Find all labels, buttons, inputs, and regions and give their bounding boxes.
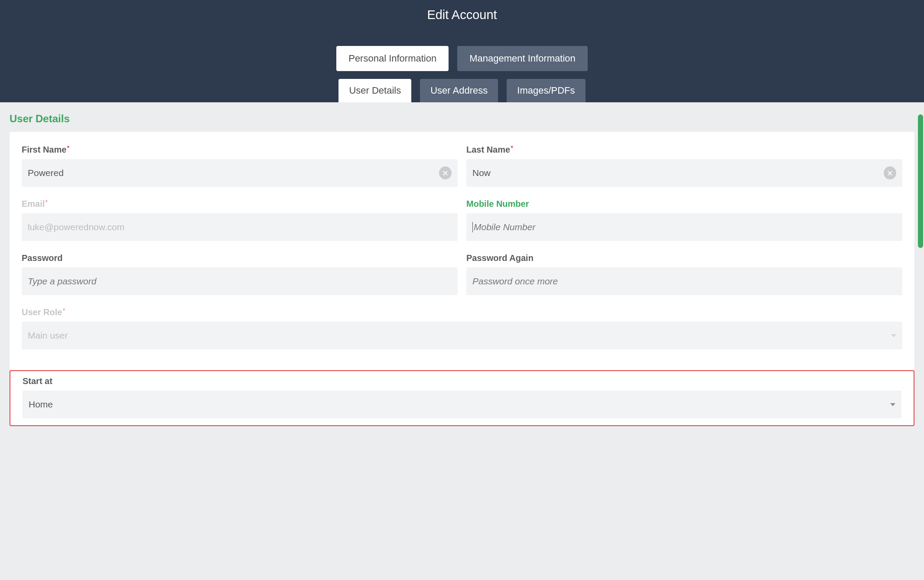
section-title: User Details <box>10 113 924 125</box>
tab-personal-information[interactable]: Personal Information <box>336 46 449 71</box>
password-input[interactable] <box>28 276 452 287</box>
start-at-select[interactable]: Home <box>23 391 901 418</box>
last-name-input[interactable] <box>472 168 884 178</box>
password-again-input[interactable] <box>472 276 896 287</box>
header: Edit Account Personal Information Manage… <box>0 0 924 102</box>
required-star-icon: * <box>45 198 48 205</box>
first-name-group: First Name* <box>22 145 458 187</box>
last-name-label: Last Name* <box>466 145 513 155</box>
first-name-input-wrap <box>22 159 458 187</box>
mobile-input[interactable] <box>474 222 896 232</box>
page-title: Edit Account <box>0 8 924 22</box>
first-name-clear-button[interactable] <box>439 166 452 179</box>
email-input <box>28 222 452 232</box>
password-again-group: Password Again <box>466 253 902 295</box>
primary-tabs: Personal Information Management Informat… <box>0 46 924 71</box>
password-label: Password <box>22 253 62 263</box>
mobile-label: Mobile Number <box>466 199 529 209</box>
password-again-label: Password Again <box>466 253 534 263</box>
scrollbar[interactable] <box>918 114 923 248</box>
user-role-select: Main user <box>22 322 902 349</box>
subtab-user-address[interactable]: User Address <box>420 79 498 102</box>
close-icon <box>887 170 893 176</box>
email-input-wrap <box>22 213 458 241</box>
required-star-icon: * <box>511 144 513 151</box>
close-icon <box>442 170 448 176</box>
mobile-group: Mobile Number <box>466 199 902 241</box>
subtab-user-details[interactable]: User Details <box>338 79 411 102</box>
user-role-value: Main user <box>28 330 891 341</box>
required-star-icon: * <box>62 306 65 314</box>
secondary-tabs: User Details User Address Images/PDFs <box>0 79 924 102</box>
user-details-panel: First Name* Last Name* <box>10 132 914 370</box>
start-at-highlight: Start at Home <box>10 370 914 426</box>
first-name-label: First Name* <box>22 145 69 155</box>
mobile-input-wrap <box>466 213 902 241</box>
last-name-clear-button[interactable] <box>884 166 896 179</box>
first-name-input[interactable] <box>28 168 439 178</box>
tab-management-information[interactable]: Management Information <box>457 46 588 71</box>
last-name-input-wrap <box>466 159 902 187</box>
text-cursor <box>472 222 473 232</box>
start-at-value: Home <box>29 399 890 410</box>
chevron-down-icon <box>891 334 896 337</box>
password-group: Password <box>22 253 458 295</box>
password-again-input-wrap <box>466 267 902 295</box>
email-label: Email* <box>22 199 47 209</box>
start-at-label: Start at <box>23 376 52 386</box>
scrollbar-thumb[interactable] <box>918 114 923 248</box>
subtab-images-pdfs[interactable]: Images/PDFs <box>507 79 585 102</box>
user-role-label: User Role* <box>22 307 65 317</box>
required-star-icon: * <box>67 144 69 151</box>
password-input-wrap <box>22 267 458 295</box>
user-role-group: User Role* Main user <box>22 307 902 349</box>
chevron-down-icon <box>890 403 895 406</box>
content-area: User Details First Name* Last Name* <box>0 113 924 426</box>
last-name-group: Last Name* <box>466 145 902 187</box>
email-group: Email* <box>22 199 458 241</box>
